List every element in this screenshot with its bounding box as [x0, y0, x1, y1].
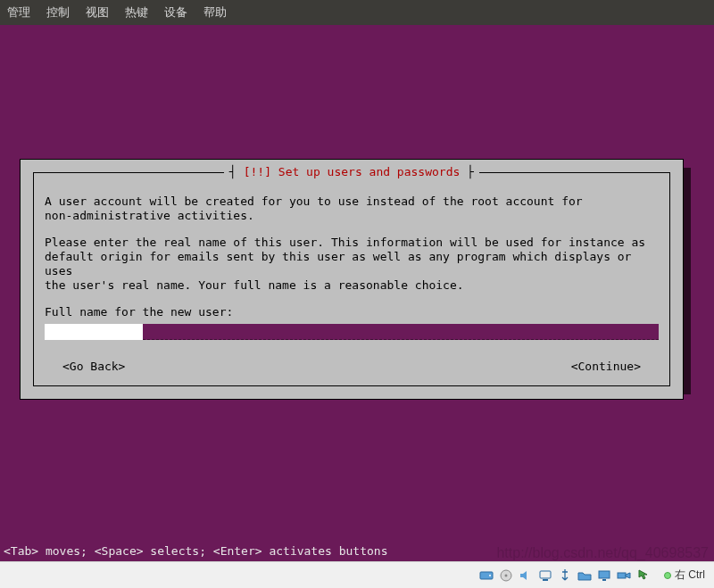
host-key-label: 右 Ctrl	[675, 567, 705, 583]
svg-rect-6	[599, 571, 610, 578]
host-key-indicator: 右 Ctrl	[660, 567, 709, 584]
guest-screen: [!!] Set up users and passwords A user a…	[0, 25, 714, 561]
video-capture-icon[interactable]	[616, 567, 632, 584]
dialog-paragraph-2: Please enter the real name of this user.…	[45, 236, 659, 293]
harddisk-icon[interactable]	[478, 567, 494, 584]
dialog-frame: [!!] Set up users and passwords A user a…	[33, 172, 670, 386]
menu-hotkeys[interactable]: 热键	[125, 4, 148, 21]
display-icon[interactable]	[596, 567, 612, 584]
svg-rect-4	[540, 571, 551, 578]
installer-dialog: [!!] Set up users and passwords A user a…	[20, 159, 684, 400]
svg-point-3	[505, 574, 508, 576]
menu-view[interactable]: 视图	[86, 4, 109, 21]
menu-devices[interactable]: 设备	[164, 4, 187, 21]
input-cursor-region[interactable]	[45, 324, 143, 340]
usb-icon[interactable]	[557, 567, 573, 584]
network-icon[interactable]	[537, 567, 553, 584]
input-remainder[interactable]	[143, 324, 659, 340]
mouse-integration-icon[interactable]	[635, 567, 652, 584]
vm-menu-bar: 管理 控制 视图 热键 设备 帮助	[0, 0, 714, 25]
host-key-dot-icon	[664, 572, 671, 579]
full-name-input[interactable]	[45, 324, 659, 340]
svg-rect-7	[602, 579, 606, 581]
optical-disc-icon[interactable]	[498, 567, 514, 584]
vm-status-bar: 右 Ctrl	[0, 561, 714, 588]
full-name-prompt: Full name for the new user:	[45, 305, 659, 319]
svg-rect-8	[618, 573, 626, 578]
svg-rect-5	[543, 579, 548, 581]
dialog-paragraph-1: A user account will be created for you t…	[45, 195, 659, 223]
help-line: <Tab> moves; <Space> selects; <Enter> ac…	[4, 544, 387, 558]
dialog-button-row: <Go Back> <Continue>	[45, 360, 659, 373]
dialog-title: [!!] Set up users and passwords	[224, 165, 479, 178]
svg-point-1	[489, 575, 491, 576]
audio-icon[interactable]	[518, 567, 534, 584]
menu-help[interactable]: 帮助	[203, 4, 227, 21]
go-back-button[interactable]: <Go Back>	[62, 360, 125, 373]
menu-manage[interactable]: 管理	[7, 4, 30, 21]
shared-folder-icon[interactable]	[577, 567, 593, 584]
continue-button[interactable]: <Continue>	[571, 360, 641, 373]
menu-control[interactable]: 控制	[46, 4, 70, 21]
